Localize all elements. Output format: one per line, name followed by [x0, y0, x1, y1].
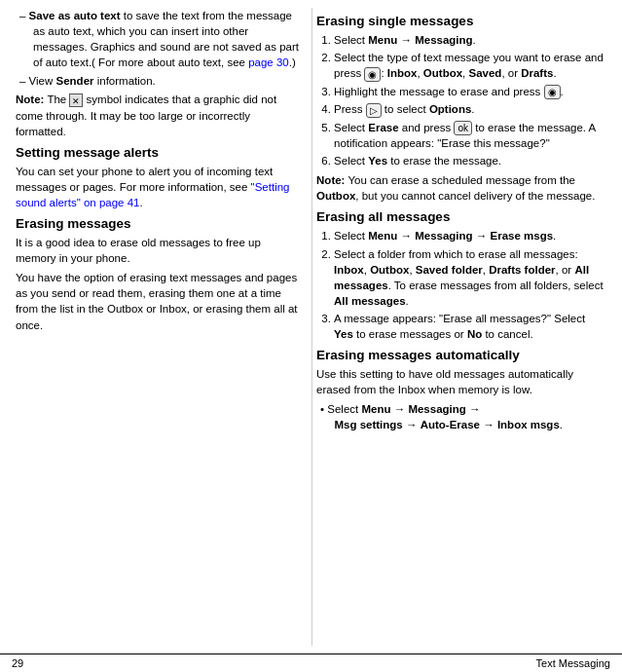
right-column: Erasing single messages Select Menu → Me… [311, 8, 606, 646]
broken-image-icon: ✕ [69, 93, 83, 107]
note-graphic: Note: The ✕ symbol indicates that a grap… [16, 92, 300, 138]
ok-key-icon: ◉ [544, 85, 561, 99]
dash-item-2: – View Sender information. [19, 73, 300, 89]
setting-alerts-heading: Setting message alerts [16, 145, 300, 160]
step-5: Select Erase and press ok to erase the m… [334, 120, 606, 152]
erasing-messages-para2: You have the option of erasing text mess… [16, 270, 300, 332]
note-outbox: Note: You can erase a scheduled message … [316, 172, 606, 204]
erasing-auto-body: Use this setting to have old messages au… [316, 366, 606, 397]
section-title: Text Messaging [536, 657, 610, 669]
page: – Save as auto text to save the text fro… [0, 0, 622, 672]
main-content: – Save as auto text to save the text fro… [0, 0, 622, 653]
step-1: Select Menu → Messaging. [334, 32, 606, 48]
all-step-3: A message appears: "Erase all messages?"… [334, 311, 606, 342]
center-key-icon: ◉ [364, 67, 381, 82]
erasing-all-heading: Erasing all messages [316, 209, 606, 224]
dash-item-1: – Save as auto text to save the text fro… [19, 8, 300, 70]
erasing-all-steps: Select Menu → Messaging → Erase msgs. Se… [316, 228, 606, 342]
setting-sound-alerts-link[interactable]: "Setting sound alerts" on page 41 [16, 181, 290, 208]
setting-alerts-body: You can set your phone to alert you of i… [16, 164, 300, 210]
nav-key-icon: ▷ [366, 103, 382, 118]
erasing-messages-para1: It is a good idea to erase old messages … [16, 235, 300, 266]
step-2: Select the type of text message you want… [334, 50, 606, 82]
erasing-auto-bullet: • Select Menu → Messaging → Msg settings… [320, 401, 606, 432]
step-4: Press ▷ to select Options. [334, 101, 606, 117]
erasing-auto-heading: Erasing messages automatically [316, 348, 606, 362]
page30-link[interactable]: page 30 [248, 56, 289, 68]
page-number: 29 [12, 657, 23, 669]
all-step-1: Select Menu → Messaging → Erase msgs. [334, 228, 606, 243]
erasing-single-heading: Erasing single messages [316, 14, 606, 28]
erasing-messages-heading: Erasing messages [16, 216, 300, 231]
step-6: Select Yes to erase the message. [334, 153, 606, 168]
erasing-single-steps: Select Menu → Messaging. Select the type… [316, 32, 606, 168]
step-3: Highlight the message to erase and press… [334, 84, 606, 99]
ok-key2-icon: ok [454, 121, 472, 135]
footer: 29 Text Messaging [0, 653, 622, 672]
left-column: – Save as auto text to save the text fro… [16, 8, 311, 646]
all-step-2: Select a folder from which to erase all … [334, 246, 606, 309]
